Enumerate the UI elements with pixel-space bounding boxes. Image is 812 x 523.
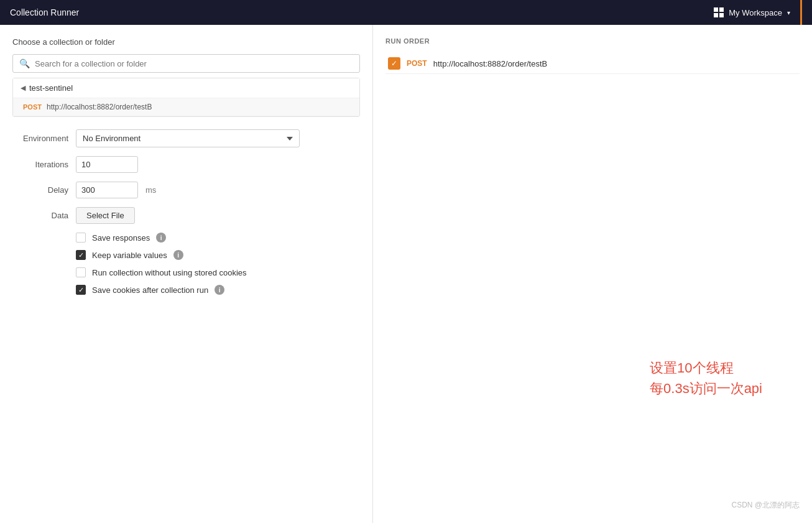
- save-responses-row: Save responses i: [12, 233, 360, 243]
- annotation-line1: 设置10个线程: [650, 358, 762, 378]
- annotation-block: 设置10个线程 每0.3s访问一次api: [650, 358, 762, 399]
- save-responses-text: Save responses: [92, 233, 150, 243]
- save-cookies-text: Save cookies after collection run: [92, 285, 208, 295]
- delay-row: Delay ms: [12, 182, 360, 198]
- save-responses-checkbox[interactable]: [76, 233, 86, 243]
- search-input[interactable]: [35, 59, 353, 68]
- panel-title: Choose a collection or folder: [12, 37, 360, 47]
- right-panel: RUN ORDER POST http://localhost:8882/ord…: [373, 25, 812, 523]
- collapse-icon: ◀: [21, 84, 25, 92]
- collection-item-test-sentinel[interactable]: ◀ test-sentinel: [13, 78, 359, 98]
- iterations-label: Iterations: [12, 160, 68, 169]
- run-item-url: http://localhost:8882/order/testB: [433, 59, 548, 68]
- delay-unit: ms: [145, 185, 156, 195]
- environment-select[interactable]: No Environment: [76, 129, 300, 147]
- save-responses-label[interactable]: Save responses i: [76, 233, 166, 243]
- iterations-row: Iterations: [12, 156, 360, 173]
- left-panel: Choose a collection or folder 🔍 ◀ test-s…: [0, 25, 373, 523]
- topbar: Collection Runner My Workspace ▾: [0, 0, 812, 25]
- collection-name: test-sentinel: [29, 83, 73, 93]
- iterations-input[interactable]: [76, 156, 138, 173]
- watermark: CSDN @北漂的阿志: [731, 500, 800, 511]
- delay-input[interactable]: [76, 182, 138, 198]
- search-box[interactable]: 🔍: [12, 54, 360, 73]
- keep-variable-text: Keep variable values: [92, 251, 167, 260]
- collection-tree: ◀ test-sentinel POST http://localhost:88…: [12, 78, 360, 117]
- data-label: Data: [12, 211, 68, 220]
- keep-variable-label[interactable]: Keep variable values i: [76, 250, 183, 260]
- sub-item-url: http://localhost:8882/order/testB: [47, 103, 152, 111]
- svg-rect-0: [714, 7, 718, 12]
- select-file-button[interactable]: Select File: [76, 207, 135, 224]
- app-title: Collection Runner: [10, 7, 714, 17]
- data-row: Data Select File: [12, 207, 360, 224]
- search-icon: 🔍: [19, 58, 30, 68]
- save-cookies-info-icon: i: [215, 285, 224, 295]
- sub-item-post[interactable]: POST http://localhost:8882/order/testB: [13, 98, 359, 116]
- run-item-method: POST: [407, 59, 427, 68]
- env-label: Environment: [12, 134, 68, 143]
- save-cookies-checkbox[interactable]: [76, 285, 86, 295]
- workspace-label: My Workspace: [729, 8, 782, 17]
- run-no-cookies-row: Run collection without using stored cook…: [12, 267, 360, 277]
- keep-variable-info-icon: i: [173, 250, 183, 260]
- run-no-cookies-label[interactable]: Run collection without using stored cook…: [76, 267, 247, 277]
- environment-row: Environment No Environment: [12, 129, 360, 147]
- method-badge-post: POST: [23, 103, 42, 111]
- save-cookies-label[interactable]: Save cookies after collection run i: [76, 285, 224, 295]
- delay-label: Delay: [12, 185, 68, 195]
- annotation-line2: 每0.3s访问一次api: [650, 378, 762, 399]
- save-cookies-row: Save cookies after collection run i: [12, 285, 360, 295]
- chevron-down-icon: ▾: [787, 9, 790, 16]
- save-responses-info-icon: i: [156, 233, 166, 243]
- svg-rect-3: [719, 13, 724, 17]
- keep-variable-checkbox[interactable]: [76, 250, 86, 260]
- workspace-selector[interactable]: My Workspace ▾: [714, 7, 790, 17]
- svg-rect-2: [714, 13, 718, 17]
- keep-variable-row: Keep variable values i: [12, 250, 360, 260]
- workspace-icon: [714, 7, 724, 17]
- run-no-cookies-text: Run collection without using stored cook…: [92, 268, 247, 277]
- run-item-checkbox[interactable]: [388, 57, 400, 70]
- run-order-title: RUN ORDER: [385, 37, 800, 45]
- topbar-accent-divider: [800, 0, 802, 25]
- run-no-cookies-checkbox[interactable]: [76, 267, 86, 277]
- run-item: POST http://localhost:8882/order/testB: [385, 53, 800, 74]
- main-layout: Choose a collection or folder 🔍 ◀ test-s…: [0, 25, 812, 523]
- svg-rect-1: [719, 7, 724, 12]
